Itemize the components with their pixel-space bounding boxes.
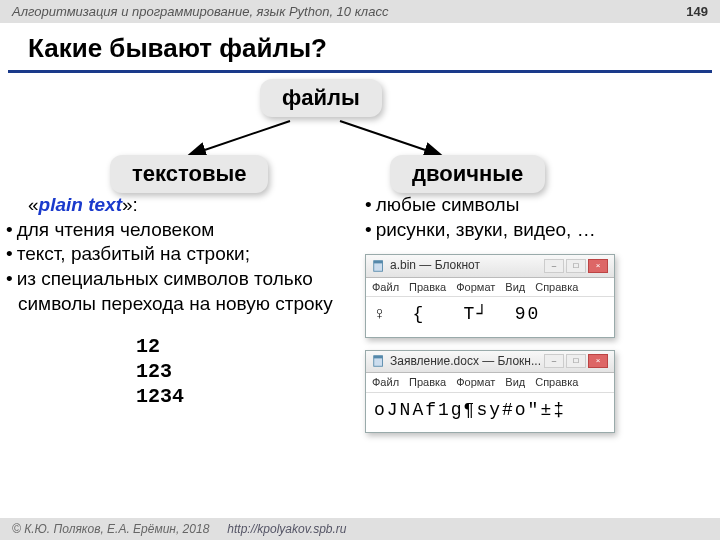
- list-item: любые символы: [377, 193, 714, 218]
- plain-text-term: plain text: [39, 194, 122, 215]
- close-button[interactable]: ×: [588, 354, 608, 368]
- svg-rect-5: [374, 356, 383, 359]
- notepad-icon: [372, 354, 386, 368]
- list-item: для чтения человеком: [18, 218, 355, 243]
- notepad-content: ♀ { T┘ 90: [366, 297, 614, 336]
- list-item: из специальных символов только символы п…: [18, 267, 355, 316]
- node-files: файлы: [260, 79, 382, 117]
- menu-view[interactable]: Вид: [505, 375, 525, 389]
- notepad-icon: [372, 259, 386, 273]
- notepad-title: Заявление.docx — Блокн...: [390, 354, 540, 370]
- menu-edit[interactable]: Правка: [409, 375, 446, 389]
- copyright: © К.Ю. Поляков, Е.А. Ерёмин, 2018: [12, 522, 209, 536]
- close-button[interactable]: ×: [588, 259, 608, 273]
- notepad-window-docx: Заявление.docx — Блокн... – □ × Файл Пра…: [365, 350, 615, 433]
- page-number: 149: [686, 4, 708, 19]
- notepad-title: a.bin — Блокнот: [390, 258, 540, 274]
- list-item: текст, разбитый на строки;: [18, 242, 355, 267]
- text-files-column: «plain text»: для чтения человеком текст…: [6, 193, 355, 433]
- maximize-button[interactable]: □: [566, 354, 586, 368]
- menu-view[interactable]: Вид: [505, 280, 525, 294]
- plain-text-quote-open: «: [28, 194, 39, 215]
- minimize-button[interactable]: –: [544, 259, 564, 273]
- notepad-window-bin: a.bin — Блокнот – □ × Файл Правка Формат…: [365, 254, 615, 337]
- svg-line-1: [340, 121, 440, 155]
- text-file-example: 12 123 1234: [136, 334, 355, 409]
- notepad-menu: Файл Правка Формат Вид Справка: [366, 373, 614, 392]
- node-binary: двоичные: [390, 155, 545, 193]
- notepad-content: oJNAf1g¶sy#o"±‡: [366, 393, 614, 432]
- menu-file[interactable]: Файл: [372, 375, 399, 389]
- menu-help[interactable]: Справка: [535, 375, 578, 389]
- course-label: Алгоритмизация и программирование, язык …: [12, 4, 388, 19]
- maximize-button[interactable]: □: [566, 259, 586, 273]
- notepad-titlebar: a.bin — Блокнот – □ ×: [366, 255, 614, 278]
- list-item: рисунки, звуки, видео, …: [377, 218, 714, 243]
- svg-line-0: [190, 121, 290, 155]
- file-types-diagram: файлы текстовые двоичные: [0, 73, 720, 193]
- binary-files-list: любые символы рисунки, звуки, видео, …: [365, 193, 714, 242]
- svg-rect-3: [374, 261, 383, 264]
- binary-files-column: любые символы рисунки, звуки, видео, … a…: [365, 193, 714, 433]
- menu-help[interactable]: Справка: [535, 280, 578, 294]
- window-buttons: – □ ×: [544, 354, 608, 368]
- menu-edit[interactable]: Правка: [409, 280, 446, 294]
- slide-header: Алгоритмизация и программирование, язык …: [0, 0, 720, 23]
- menu-format[interactable]: Формат: [456, 375, 495, 389]
- minimize-button[interactable]: –: [544, 354, 564, 368]
- slide-title: Какие бывают файлы?: [8, 23, 712, 73]
- slide-footer: © К.Ю. Поляков, Е.А. Ерёмин, 2018 http:/…: [0, 518, 720, 540]
- node-text: текстовые: [110, 155, 268, 193]
- plain-text-quote-close: »:: [122, 194, 138, 215]
- notepad-titlebar: Заявление.docx — Блокн... – □ ×: [366, 351, 614, 374]
- footer-url: http://kpolyakov.spb.ru: [227, 522, 346, 536]
- menu-file[interactable]: Файл: [372, 280, 399, 294]
- columns: «plain text»: для чтения человеком текст…: [0, 193, 720, 433]
- notepad-menu: Файл Правка Формат Вид Справка: [366, 278, 614, 297]
- window-buttons: – □ ×: [544, 259, 608, 273]
- text-files-list: для чтения человеком текст, разбитый на …: [6, 218, 355, 317]
- menu-format[interactable]: Формат: [456, 280, 495, 294]
